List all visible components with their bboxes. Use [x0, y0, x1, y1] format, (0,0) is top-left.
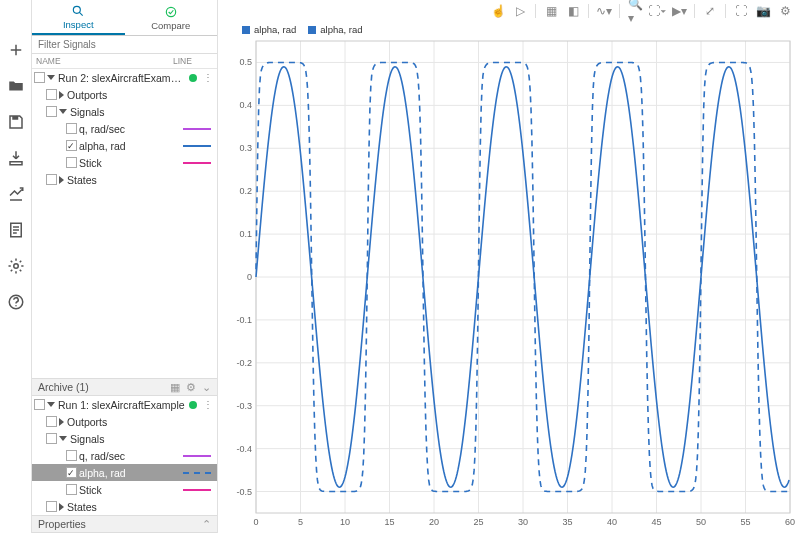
- run1-sig-stick[interactable]: Stick: [32, 481, 217, 498]
- svg-text:30: 30: [518, 517, 528, 527]
- run2-sig-q[interactable]: q, rad/sec: [32, 120, 217, 137]
- checkbox[interactable]: [66, 450, 77, 461]
- checkbox[interactable]: [34, 399, 45, 410]
- line-swatch: [183, 128, 211, 130]
- archive-collapse-icon[interactable]: ⌄: [202, 381, 211, 394]
- chevron-right-icon[interactable]: [59, 418, 64, 426]
- run1-menu-icon[interactable]: ⋮: [201, 399, 215, 410]
- run2-checkbox[interactable]: [34, 72, 45, 83]
- run2-header[interactable]: Run 2: slexAircraftExample[Current] ⋮: [32, 69, 217, 86]
- checkbox[interactable]: [46, 89, 57, 100]
- checkbox[interactable]: [66, 140, 77, 151]
- checkbox[interactable]: [46, 106, 57, 117]
- fingerprint-icon[interactable]: ☝: [491, 4, 505, 18]
- plot-area[interactable]: 051015202530354045505560-0.5-0.4-0.3-0.2…: [218, 37, 800, 533]
- svg-text:10: 10: [340, 517, 350, 527]
- legend-swatch: [242, 26, 250, 34]
- checkbox[interactable]: [66, 484, 77, 495]
- checkbox[interactable]: [66, 123, 77, 134]
- snapshot-icon[interactable]: 📷: [756, 4, 770, 18]
- svg-text:55: 55: [740, 517, 750, 527]
- main-area: ☝ ▷ ▦ ◧ ∿▾ 🔍▾ ⛶▾ ▶▾ ⤢ ⛶ 📷 ⚙ alpha, rad a…: [218, 0, 800, 533]
- run2-tree: Run 2: slexAircraftExample[Current] ⋮ Ou…: [32, 69, 217, 188]
- run2-states[interactable]: States: [32, 171, 217, 188]
- line-swatch: [183, 472, 211, 474]
- save-icon[interactable]: [6, 112, 26, 132]
- report-icon[interactable]: [6, 220, 26, 240]
- run2-menu-icon[interactable]: ⋮: [201, 72, 215, 83]
- svg-text:0.4: 0.4: [239, 100, 252, 110]
- svg-text:0: 0: [253, 517, 258, 527]
- svg-text:0.1: 0.1: [239, 229, 252, 239]
- svg-point-2: [13, 264, 18, 269]
- svg-text:40: 40: [607, 517, 617, 527]
- chevron-right-icon[interactable]: [59, 503, 64, 511]
- svg-text:-0.3: -0.3: [236, 401, 252, 411]
- run2-outports[interactable]: Outports: [32, 86, 217, 103]
- run2-sig-stick[interactable]: Stick: [32, 154, 217, 171]
- export-icon[interactable]: [6, 184, 26, 204]
- checkbox[interactable]: [66, 157, 77, 168]
- settings-icon[interactable]: [6, 256, 26, 276]
- legend-item-a: alpha, rad: [254, 24, 296, 35]
- cursor-icon[interactable]: ▶▾: [672, 4, 686, 18]
- col-line: LINE: [173, 56, 213, 66]
- run2-sig-alpha[interactable]: alpha, rad: [32, 137, 217, 154]
- svg-text:50: 50: [696, 517, 706, 527]
- checkbox[interactable]: [46, 501, 57, 512]
- plot-legend: alpha, rad alpha, rad: [218, 22, 800, 37]
- run1-states[interactable]: States: [32, 498, 217, 515]
- archive-grid-icon[interactable]: ▦: [170, 381, 180, 394]
- signal-type-icon[interactable]: ∿▾: [597, 4, 611, 18]
- run1-outports[interactable]: Outports: [32, 413, 217, 430]
- run1-sig-q[interactable]: q, rad/sec: [32, 447, 217, 464]
- fullscreen-icon[interactable]: ⛶: [734, 4, 748, 18]
- chevron-right-icon[interactable]: [59, 91, 64, 99]
- checkbox[interactable]: [46, 174, 57, 185]
- chevron-down-icon[interactable]: [59, 436, 67, 441]
- run1-title: Run 1: slexAircraftExample: [58, 399, 185, 411]
- chevron-down-icon[interactable]: [47, 402, 55, 407]
- tab-inspect[interactable]: Inspect: [32, 0, 125, 35]
- line-swatch: [183, 489, 211, 491]
- svg-text:0: 0: [247, 272, 252, 282]
- col-name: NAME: [36, 56, 173, 66]
- svg-text:20: 20: [429, 517, 439, 527]
- fit-icon[interactable]: ⛶▾: [650, 4, 664, 18]
- plot-settings-icon[interactable]: ⚙: [778, 4, 792, 18]
- properties-label: Properties: [38, 518, 86, 530]
- zoom-icon[interactable]: 🔍▾: [628, 4, 642, 18]
- help-icon[interactable]: [6, 292, 26, 312]
- archive-gear-icon[interactable]: ⚙: [186, 381, 196, 394]
- run1-header[interactable]: Run 1: slexAircraftExample ⋮: [32, 396, 217, 413]
- tab-compare[interactable]: Compare: [125, 0, 218, 35]
- clear-icon[interactable]: ◧: [566, 4, 580, 18]
- sidebar: Inspect Compare NAME LINE Run 2: slexAir…: [32, 0, 218, 533]
- layout-icon[interactable]: ▦: [544, 4, 558, 18]
- legend-swatch: [308, 26, 316, 34]
- properties-expand-icon[interactable]: ⌃: [202, 518, 211, 531]
- checkbox[interactable]: [46, 416, 57, 427]
- chevron-right-icon[interactable]: [59, 176, 64, 184]
- archive-header[interactable]: Archive (1) ▦ ⚙ ⌄: [32, 378, 217, 396]
- chevron-down-icon[interactable]: [59, 109, 67, 114]
- properties-header[interactable]: Properties ⌃: [32, 515, 217, 533]
- run-icon[interactable]: ▷: [513, 4, 527, 18]
- import-icon[interactable]: [6, 148, 26, 168]
- run1-signals[interactable]: Signals: [32, 430, 217, 447]
- archive-label: Archive (1): [38, 381, 89, 393]
- chevron-down-icon[interactable]: [47, 75, 55, 80]
- filter-input[interactable]: [32, 36, 217, 54]
- svg-text:15: 15: [384, 517, 394, 527]
- line-swatch: [183, 162, 211, 164]
- link-icon[interactable]: ⤢: [703, 4, 717, 18]
- run2-title: Run 2: slexAircraftExample[Current]: [58, 72, 185, 84]
- add-icon[interactable]: [6, 40, 26, 60]
- run1-sig-alpha[interactable]: alpha, rad: [32, 464, 217, 481]
- tab-inspect-label: Inspect: [63, 19, 94, 30]
- status-dot-icon: [189, 74, 197, 82]
- folder-icon[interactable]: [6, 76, 26, 96]
- run2-signals[interactable]: Signals: [32, 103, 217, 120]
- checkbox[interactable]: [46, 433, 57, 444]
- checkbox[interactable]: [66, 467, 77, 478]
